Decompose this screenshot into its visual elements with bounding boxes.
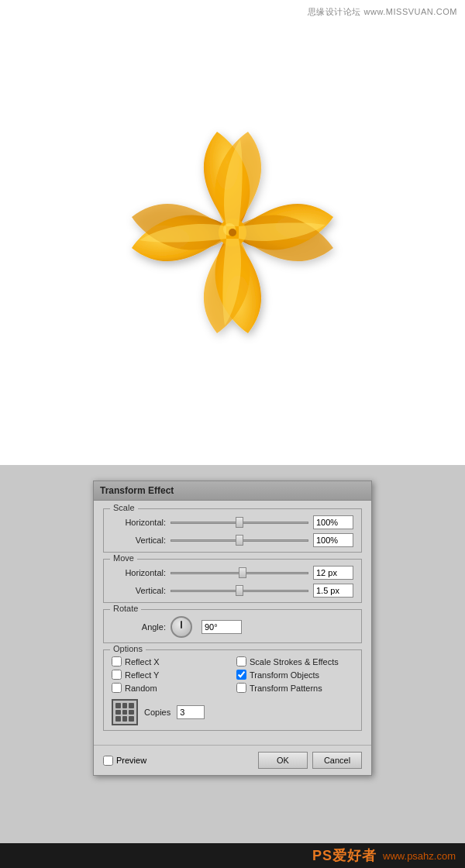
options-section: Options Reflect X Scale Strokes & Effect…: [103, 649, 362, 731]
bottom-panel: Transform Effect Scale Horizontal: Verti…: [0, 465, 465, 868]
scale-section: Scale Horizontal: Vertical:: [103, 508, 362, 553]
scale-horizontal-input[interactable]: [313, 515, 353, 529]
transform-objects-label: Transform Objects: [250, 670, 319, 680]
move-horizontal-slider[interactable]: [170, 567, 308, 578]
random-option[interactable]: Random: [112, 683, 229, 693]
transform-effect-dialog: Transform Effect Scale Horizontal: Verti…: [93, 480, 372, 776]
copies-row: Copies: [112, 699, 353, 725]
copies-input[interactable]: [177, 705, 205, 719]
scale-section-label: Scale: [110, 503, 138, 512]
move-vertical-slider[interactable]: [170, 585, 308, 596]
scale-horizontal-slider[interactable]: [170, 517, 308, 528]
scale-strokes-option[interactable]: Scale Strokes & Effects: [236, 656, 353, 666]
random-label: Random: [125, 684, 157, 693]
move-vertical-label: Vertical:: [112, 586, 166, 595]
canvas-area: 思缘设计论坛 www.MISSVUAN.COM: [0, 0, 465, 465]
ps-site: www.psahz.com: [383, 850, 456, 862]
move-horizontal-input[interactable]: [313, 566, 353, 580]
scale-vertical-row: Vertical:: [112, 533, 353, 547]
ps-footer: PS爱好者 www.psahz.com: [0, 843, 465, 868]
reflect-y-label: Reflect Y: [125, 670, 159, 680]
scale-strokes-checkbox[interactable]: [236, 656, 246, 666]
rotate-angle-label: Angle:: [112, 622, 166, 632]
copies-label: Copies: [144, 708, 170, 717]
move-section: Move Horizontal: Vertical:: [103, 559, 362, 603]
move-section-label: Move: [110, 553, 137, 563]
reflect-x-checkbox[interactable]: [112, 656, 122, 666]
scale-strokes-label: Scale Strokes & Effects: [250, 657, 339, 666]
scale-horizontal-track: [170, 522, 308, 524]
transform-patterns-option[interactable]: Transform Patterns: [236, 683, 353, 693]
transform-patterns-checkbox[interactable]: [236, 683, 246, 693]
move-vertical-track: [170, 590, 308, 592]
move-horizontal-track: [170, 572, 308, 574]
dialog-body: Scale Horizontal: Vertical:: [94, 501, 371, 745]
dialog-titlebar: Transform Effect: [94, 481, 371, 501]
preview-label: Preview: [116, 756, 146, 765]
transform-objects-option[interactable]: Transform Objects: [236, 670, 353, 680]
move-horizontal-label: Horizontal:: [112, 568, 166, 577]
grid-icon[interactable]: [112, 699, 138, 725]
move-horizontal-row: Horizontal:: [112, 566, 353, 580]
rotate-angle-row: Angle:: [112, 616, 353, 638]
svg-point-2: [229, 229, 236, 236]
scale-vertical-track: [170, 539, 308, 542]
scale-horizontal-label: Horizontal:: [112, 518, 166, 527]
preview-option[interactable]: Preview: [103, 756, 146, 766]
scale-vertical-slider[interactable]: [170, 535, 308, 546]
watermark: 思缘设计论坛 www.MISSVUAN.COM: [308, 6, 457, 18]
angle-dial[interactable]: [170, 616, 192, 638]
transform-patterns-label: Transform Patterns: [250, 684, 322, 693]
dialog-title: Transform Effect: [100, 485, 174, 496]
ok-button[interactable]: OK: [258, 752, 308, 769]
move-vertical-input[interactable]: [313, 584, 353, 598]
reflect-x-option[interactable]: Reflect X: [112, 656, 229, 666]
preview-checkbox[interactable]: [103, 756, 113, 766]
transform-objects-checkbox[interactable]: [236, 670, 246, 680]
rotate-section-label: Rotate: [110, 604, 141, 613]
pinwheel-image: [108, 108, 356, 356]
scale-vertical-label: Vertical:: [112, 536, 166, 545]
random-checkbox[interactable]: [112, 683, 122, 693]
scale-vertical-input[interactable]: [313, 533, 353, 547]
scale-horizontal-row: Horizontal:: [112, 515, 353, 529]
move-vertical-thumb[interactable]: [236, 585, 243, 596]
options-grid: Reflect X Scale Strokes & Effects Reflec…: [112, 656, 353, 693]
rotate-section: Rotate Angle:: [103, 609, 362, 643]
move-vertical-row: Vertical:: [112, 584, 353, 598]
scale-horizontal-thumb[interactable]: [236, 517, 243, 528]
ps-logo: PS爱好者: [312, 846, 377, 865]
reflect-y-checkbox[interactable]: [112, 670, 122, 680]
move-horizontal-thumb[interactable]: [239, 567, 246, 578]
cancel-button[interactable]: Cancel: [312, 752, 362, 769]
rotate-angle-input[interactable]: [202, 620, 242, 634]
scale-vertical-thumb[interactable]: [236, 535, 243, 546]
reflect-y-option[interactable]: Reflect Y: [112, 670, 229, 680]
dialog-footer: Preview OK Cancel: [94, 745, 371, 775]
reflect-x-label: Reflect X: [125, 657, 160, 666]
options-section-label: Options: [110, 644, 146, 653]
